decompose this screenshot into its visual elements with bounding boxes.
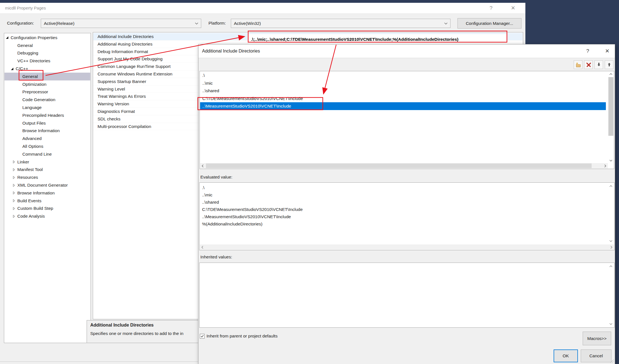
collapsed-icon [12, 184, 15, 187]
tree-item[interactable]: Language [4, 104, 90, 111]
property-name: Support Just My Code Debugging [98, 56, 163, 61]
tree-item-label: All Options [22, 144, 43, 149]
collapsed-icon [12, 176, 15, 179]
horizontal-scrollbar[interactable] [200, 163, 608, 168]
tree-item[interactable]: Code Analysis [4, 212, 90, 220]
scroll-right-icon[interactable] [602, 163, 608, 168]
tree-item[interactable]: Advanced [4, 135, 90, 142]
tree-item-label: Custom Build Step [17, 206, 53, 211]
tree-item[interactable]: C/C++ [4, 65, 90, 73]
tree-item-label: Command Line [22, 152, 52, 157]
main-title-bar: micdll Property Pages ? ✕ [0, 3, 525, 14]
scroll-down-icon[interactable] [608, 321, 614, 327]
configuration-label: Configuration: [7, 18, 34, 28]
directory-list-item[interactable]: ..\mic [200, 79, 606, 87]
scroll-up-icon[interactable] [608, 264, 614, 269]
tree-item[interactable]: Custom Build Step [4, 205, 90, 213]
collapsed-icon [12, 168, 15, 171]
move-down-button[interactable] [594, 60, 603, 69]
tree-item-label: Precompiled Headers [22, 113, 64, 118]
tree-item[interactable]: Preprocessor [4, 88, 90, 96]
tree-item-label: Code Analysis [17, 214, 45, 219]
tree-item[interactable]: VC++ Directories [4, 57, 90, 65]
tree-item[interactable]: Build Events [4, 197, 90, 205]
tree-item[interactable]: Command Line [4, 150, 90, 158]
scrollbar-thumb[interactable] [608, 77, 613, 136]
close-icon[interactable]: ✕ [508, 4, 518, 13]
resize-grip-icon[interactable] [610, 359, 614, 363]
tree-item-label: VC++ Directories [17, 58, 50, 63]
popup-title-bar: Additional Include Directories ? ✕ [198, 44, 615, 58]
directory-list-item-selected[interactable]: ..\MeasurementStudioVS2010\VCNET\Include [200, 102, 606, 110]
directories-list-box: .\ ..\mic ..\shared C:\TDE\MeasurementSt… [200, 71, 614, 169]
scroll-right-icon[interactable] [608, 244, 614, 250]
new-line-button[interactable] [574, 60, 582, 69]
tree-item-label: C/C++ [16, 66, 28, 71]
configuration-manager-button[interactable]: Configuration Manager... [457, 18, 521, 28]
scroll-down-icon[interactable] [608, 158, 614, 163]
tree-item-label: General [17, 43, 33, 48]
configuration-tree-panel: Configuration Properties General Debuggi… [4, 33, 91, 343]
inherit-checkbox[interactable] [200, 334, 205, 339]
tree-item[interactable]: Precompiled Headers [4, 111, 90, 119]
vertical-scrollbar[interactable] [608, 72, 614, 163]
configuration-dropdown[interactable]: Active(Release) [41, 19, 201, 28]
cancel-button[interactable]: Cancel [581, 349, 611, 362]
directory-path: ..\MeasurementStudioVS2010\VCNET\Include [202, 104, 291, 108]
evaluated-line: .\ [200, 184, 303, 191]
tree-item-label: Browse Information [17, 191, 55, 196]
tree-item[interactable]: Optimization [4, 80, 90, 88]
tree-item-selected[interactable]: General [4, 73, 90, 80]
tree-item[interactable]: Manifest Tool [4, 166, 90, 174]
directory-list-item[interactable]: .\ [200, 72, 606, 79]
directory-list-item[interactable]: C:\TDE\MeasurementStudioVS2010\VCNET\Inc… [200, 95, 606, 103]
scroll-down-icon[interactable] [608, 238, 614, 244]
main-dialog-title: micdll Property Pages [5, 3, 46, 13]
collapsed-icon [12, 207, 15, 210]
platform-dropdown[interactable]: Active(Win32) [231, 19, 450, 28]
tree-item[interactable]: General [4, 42, 90, 49]
tree-item[interactable]: All Options [4, 142, 90, 150]
directory-list-item[interactable]: ..\shared [200, 87, 606, 95]
property-name: Multi-processor Compilation [98, 124, 151, 129]
description-text: Specifies one or more directories to add… [90, 331, 183, 336]
tree-item-label: Preprocessor [22, 89, 48, 94]
evaluated-values: .\ ..\mic ..\shared C:\TDE\MeasurementSt… [200, 184, 303, 228]
horizontal-scrollbar[interactable] [200, 244, 614, 250]
directory-path: ..\mic [202, 81, 213, 85]
inherited-values-label: Inherited values: [200, 254, 232, 260]
evaluated-line: %(AdditionalIncludeDirectories) [200, 220, 303, 228]
macros-button[interactable]: Macros>> [583, 332, 611, 345]
delete-button[interactable] [584, 60, 593, 69]
evaluated-line: C:\TDE\MeasurementStudioVS2010\VCNET\Inc… [200, 206, 303, 213]
scroll-up-icon[interactable] [608, 72, 614, 77]
close-icon[interactable]: ✕ [602, 47, 612, 56]
evaluated-line: ..\MeasurementStudioVS2010\VCNET\Include [200, 213, 303, 220]
tree-item-label: Output Files [22, 121, 46, 126]
tree-item[interactable]: Debugging [4, 49, 90, 57]
help-icon[interactable]: ? [583, 47, 593, 56]
ok-button[interactable]: OK [554, 349, 578, 362]
scroll-up-icon[interactable] [608, 184, 614, 189]
scroll-left-icon[interactable] [200, 244, 205, 250]
tree-item[interactable]: Browse Information [4, 189, 90, 197]
tree-item[interactable]: Output Files [4, 119, 90, 127]
property-name: Warning Level [98, 87, 125, 91]
tree-item[interactable]: Resources [4, 173, 90, 181]
tree-item[interactable]: XML Document Generator [4, 181, 90, 189]
property-name: SDL checks [98, 116, 120, 121]
collapsed-icon [12, 160, 15, 163]
tree-item[interactable]: Code Generation [4, 96, 90, 104]
tree-item[interactable]: Configuration Properties [4, 34, 90, 42]
help-icon[interactable]: ? [486, 4, 496, 13]
tree-item[interactable]: Browse Information [4, 127, 90, 135]
scroll-left-icon[interactable] [200, 163, 206, 168]
property-name: Treat Warnings As Errors [98, 94, 146, 99]
property-name: Additional Include Directories [98, 34, 154, 39]
evaluated-value-box: .\ ..\mic ..\shared C:\TDE\MeasurementSt… [199, 182, 615, 250]
tree-item-label: Resources [17, 175, 38, 180]
inherited-values-box [199, 263, 615, 328]
scrollbar-thumb[interactable] [206, 163, 592, 168]
move-up-button[interactable] [605, 60, 613, 69]
tree-item[interactable]: Linker [4, 158, 90, 166]
